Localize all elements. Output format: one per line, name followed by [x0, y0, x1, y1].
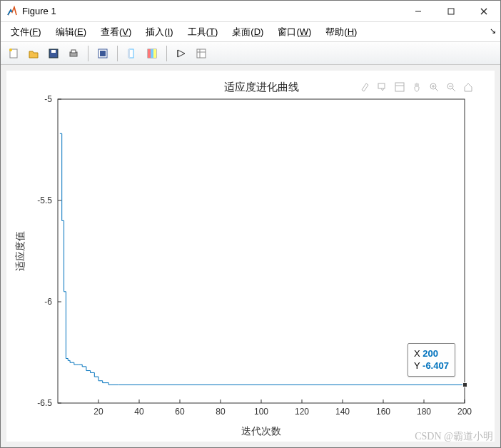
- menu-window[interactable]: 窗口(W): [272, 24, 317, 41]
- open-button[interactable]: [25, 45, 42, 62]
- minimize-button[interactable]: [402, 1, 435, 22]
- svg-rect-13: [128, 49, 130, 58]
- menu-desktop[interactable]: 桌面(D): [226, 24, 269, 41]
- menu-tools[interactable]: 工具(T): [182, 24, 224, 41]
- svg-rect-11: [100, 51, 106, 56]
- svg-text:120: 120: [295, 407, 309, 417]
- svg-rect-18: [197, 49, 206, 58]
- svg-rect-1: [448, 9, 454, 14]
- toolbar-separator: [117, 46, 118, 61]
- datatip-y-value: -6.407: [422, 360, 449, 371]
- close-button[interactable]: [467, 1, 500, 22]
- svg-text:140: 140: [335, 407, 350, 417]
- menu-view[interactable]: 查看(V): [95, 24, 137, 41]
- pan-icon[interactable]: [410, 81, 423, 93]
- svg-text:迭代次数: 迭代次数: [241, 425, 281, 437]
- window-title: Figure 1: [22, 6, 56, 16]
- svg-rect-15: [148, 49, 151, 58]
- colorbar-button[interactable]: [143, 45, 161, 62]
- svg-text:-6.5: -6.5: [37, 398, 52, 408]
- svg-line-57: [435, 88, 438, 91]
- svg-text:适应度进化曲线: 适应度进化曲线: [224, 81, 299, 93]
- menu-help[interactable]: 帮助(H): [320, 24, 363, 41]
- axes-container: 20406080100120140160180200-6.5-6-5.5-5适应…: [6, 71, 495, 442]
- datatip-x-label: X: [414, 348, 420, 359]
- datatip-y-label: Y: [414, 360, 420, 371]
- svg-text:40: 40: [134, 407, 144, 417]
- zoom-out-icon[interactable]: [445, 81, 457, 93]
- data-tip[interactable]: X 200 Y -6.407: [408, 343, 455, 377]
- svg-text:200: 200: [457, 407, 472, 417]
- svg-rect-7: [51, 50, 56, 53]
- svg-text:适应度值: 适应度值: [14, 231, 26, 271]
- svg-text:-5: -5: [44, 94, 52, 104]
- print-button[interactable]: [65, 45, 82, 62]
- svg-rect-53: [378, 83, 385, 88]
- data-tip-marker: [462, 382, 467, 387]
- svg-text:180: 180: [417, 407, 431, 417]
- svg-text:20: 20: [93, 407, 103, 417]
- menu-edit[interactable]: 编辑(E): [50, 24, 92, 41]
- datatip-icon[interactable]: [376, 81, 389, 93]
- figure-window: Figure 1 文件(F) 编辑(E) 查看(V) 插入(I) 工具(T) 桌…: [0, 0, 501, 448]
- svg-text:80: 80: [216, 407, 226, 417]
- toolbar-separator: [88, 46, 88, 61]
- menu-insert[interactable]: 插入(I): [140, 24, 178, 41]
- menu-file[interactable]: 文件(F): [5, 24, 47, 41]
- menubar: 文件(F) 编辑(E) 查看(V) 插入(I) 工具(T) 桌面(D) 窗口(W…: [1, 22, 500, 42]
- print-preview-button[interactable]: [94, 45, 111, 62]
- titlebar: Figure 1: [1, 1, 500, 22]
- svg-text:160: 160: [376, 407, 390, 417]
- svg-rect-17: [153, 49, 156, 58]
- brush-icon[interactable]: [359, 81, 372, 93]
- svg-rect-9: [71, 50, 76, 53]
- svg-rect-21: [58, 99, 465, 403]
- toolbar: [1, 42, 500, 65]
- zoom-in-icon[interactable]: [427, 81, 440, 93]
- save-button[interactable]: [45, 45, 62, 62]
- edit-plot-button[interactable]: [173, 45, 190, 62]
- new-figure-button[interactable]: [5, 45, 22, 62]
- svg-text:100: 100: [254, 407, 268, 417]
- svg-point-5: [9, 49, 12, 51]
- open-property-inspector-button[interactable]: [193, 45, 210, 62]
- toolbar-separator: [166, 46, 167, 61]
- matlab-icon: [6, 6, 18, 17]
- home-icon[interactable]: [462, 81, 475, 93]
- datatip-x-value: 200: [422, 348, 438, 359]
- svg-text:60: 60: [175, 407, 185, 417]
- svg-rect-16: [151, 49, 153, 58]
- figure-area: 20406080100120140160180200-6.5-6-5.5-5适应…: [1, 65, 500, 447]
- svg-text:-5.5: -5.5: [37, 195, 52, 205]
- svg-text:-6: -6: [44, 297, 52, 307]
- svg-line-61: [452, 88, 455, 91]
- axes-toolbar: [359, 81, 475, 93]
- maximize-button[interactable]: [435, 1, 467, 22]
- dock-arrow-icon[interactable]: ↘: [490, 26, 496, 36]
- axes[interactable]: 20406080100120140160180200-6.5-6-5.5-5适应…: [6, 71, 495, 442]
- link-plot-button[interactable]: [123, 45, 141, 62]
- export-icon[interactable]: [393, 81, 406, 93]
- svg-rect-54: [395, 83, 404, 91]
